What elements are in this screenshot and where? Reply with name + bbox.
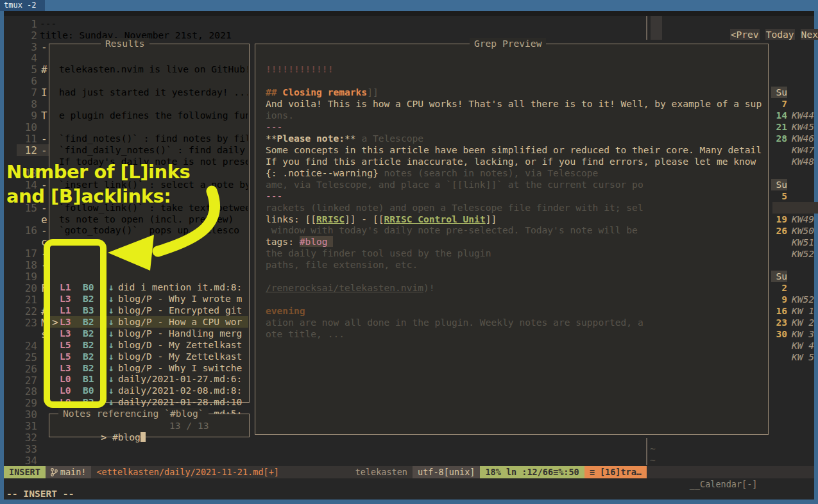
preview-line: !!!!!!!!!!!! (266, 63, 333, 75)
text-segment: evening (266, 305, 305, 316)
preview-line: And voila! This is how a CPU works! That… (266, 98, 762, 110)
buffer-dim-line: `goto_today()` pops up Telesco (59, 224, 248, 236)
gutter-row: 30 (17, 408, 53, 420)
text-segment: notes (search in notes), via Telescope (379, 167, 599, 178)
text-segment: --- (266, 190, 282, 201)
statusline: INSERT main! <ettelkasten/daily/2021-11-… (4, 466, 647, 478)
annotation-line1: Number of [L]inks (6, 160, 190, 184)
terminal: 1 2 3 - 4 5 (4, 11, 814, 500)
calendar-week-number: KW 5 (792, 351, 814, 363)
gutter-row: 33 (17, 443, 53, 455)
calendar-sunday-date[interactable]: 23 (771, 317, 787, 328)
down-arrow-icon: ↓ (108, 396, 114, 408)
preview-line: {: .notice--warning} notes (search in no… (266, 167, 598, 179)
calendar-week-number: KW49 (792, 214, 814, 225)
text-segment: links: [[ (266, 214, 316, 224)
annotation-text: Number of [L]inks and [B]acklinks: (6, 160, 190, 208)
tilde: ~ (650, 443, 656, 455)
text-segment: the daily finder tool used by the plugin (266, 248, 491, 258)
text-segment: ions. (266, 110, 294, 121)
preview-line: ame, via Telescope, and place a `[[link]… (266, 179, 643, 190)
results-title: Results (101, 38, 149, 49)
result-text: daily/2021-01-28.md:10 (118, 396, 247, 408)
calendar-week-number: KW 4 (792, 340, 814, 351)
down-arrow-icon: ↓ (108, 281, 114, 293)
buffer-dim-line: e plugin defines the following fun (59, 110, 248, 121)
buffer-dim-line: ts note to open (incl. preview) (59, 214, 248, 225)
down-arrow-icon: ↓ (108, 328, 114, 339)
buffer-dim-line: had just started it yesterday! ... (59, 87, 248, 98)
text-segment: a Telescope (356, 133, 423, 144)
window-titlebar: tmux -2 (0, 0, 818, 11)
down-arrow-icon: ↓ (108, 385, 114, 396)
match-count: 13 / 13 (169, 420, 209, 432)
preview-line: /renerocksai/telekasten.nvim)! (266, 282, 435, 294)
result-text: daily/2021-02-08.md:8: (118, 385, 247, 396)
preview-line: ## Closing remarks]] (266, 87, 379, 98)
text-segment: #blog (300, 236, 334, 247)
preview-line: --- (266, 121, 282, 133)
terminal-top-shade (4, 11, 814, 16)
text-segment: )! (423, 282, 435, 293)
gutter-line-number: 33 (25, 443, 37, 455)
preview-line: --- (266, 190, 282, 202)
window-separator-bottom (646, 438, 647, 465)
gutter-row: 31 (17, 420, 53, 432)
gutter-line-number: 1 (31, 18, 37, 30)
grep-preview-title: Grep Preview (470, 38, 546, 49)
text-segment: /renerocksai/telekasten.nvim (266, 282, 423, 293)
result-text: blog/P - Why I wrote m (118, 293, 247, 305)
text-segment: ## (266, 87, 282, 97)
text-segment: ** (345, 133, 356, 144)
result-text: did i mention it.md:8: (118, 281, 247, 293)
down-arrow-icon: ↓ (108, 316, 114, 328)
preview-line: ions. (266, 110, 294, 121)
calendar-sunday-date[interactable]: 21 (771, 121, 787, 133)
gutter-line-number: 28 (25, 385, 37, 398)
text-segment: ]] - [[ (345, 214, 384, 224)
buffer-dim-line: `find_notes()` : find notes by fil (59, 133, 248, 144)
result-text: blog/P - Why I switche (118, 362, 247, 374)
preview-line: ote title, ... (266, 328, 345, 340)
preview-line: evening (266, 305, 305, 317)
down-arrow-icon: ↓ (108, 293, 114, 305)
down-arrow-icon: ↓ (108, 373, 114, 385)
text-segment: !!!!!!!!!!!! (266, 63, 333, 74)
buffer-line: --- (40, 18, 56, 29)
tilde: ~ (650, 455, 656, 466)
calendar-today-button[interactable]: Today (765, 29, 795, 40)
text-segment: Please note: (277, 133, 345, 144)
preview-line: paths, file extension, etc. (266, 259, 418, 271)
preview-line: window with today's daily note pre-selec… (266, 224, 638, 236)
calendar-sunday-date[interactable]: 30 (771, 328, 787, 340)
calendar-prev-button[interactable]: <Prev (730, 29, 760, 40)
gutter-line-number: 29 (25, 397, 37, 409)
calendar-nav: <PrevTodayNext> (696, 17, 818, 29)
annotation-box (44, 239, 107, 408)
down-arrow-icon: ↓ (108, 305, 114, 316)
calendar-statusline: __Calendar[-] (647, 466, 814, 478)
prompt-caret: > (101, 432, 112, 442)
calendar-next-button[interactable]: Next> (801, 29, 818, 40)
prompt-input[interactable]: > #blog (56, 420, 146, 432)
position-indicator: 18% ln :12/66≡%:50 (480, 466, 584, 478)
text-segment: Some concepts in this article have been … (266, 144, 762, 155)
text-segment: tags: (266, 236, 300, 247)
calendar-week-number: KW45 (792, 121, 814, 133)
result-text: blog/P - Handling merg (118, 328, 247, 339)
preview-line: tags: #blog (266, 236, 333, 248)
result-text: blog/D - My Zettelkast (118, 351, 247, 362)
text-segment: rackets (linked note) and open a Telesco… (266, 202, 643, 213)
statusline-spacer (284, 466, 350, 478)
result-text: blog/P - How a CPU wor (118, 316, 247, 328)
gutter-line-number: 31 (25, 420, 37, 432)
gutter-line-number: 34 (25, 455, 37, 467)
calendar-sunday-date[interactable]: 19 (771, 214, 787, 225)
encoding-indicator: utf-8[unix] (413, 466, 480, 478)
preview-line: links: [[RRISC]] - [[RRISC Control Unit]… (266, 214, 497, 225)
text-segment: RRISC (316, 214, 345, 224)
text-segment: ame, via Telescope, and place a `[[link]… (266, 179, 643, 190)
result-text: blog/D - My Zettelkast (118, 339, 247, 351)
text-segment: ote title, ... (266, 328, 345, 339)
text-segment: RRISC Control Unit (384, 214, 486, 224)
